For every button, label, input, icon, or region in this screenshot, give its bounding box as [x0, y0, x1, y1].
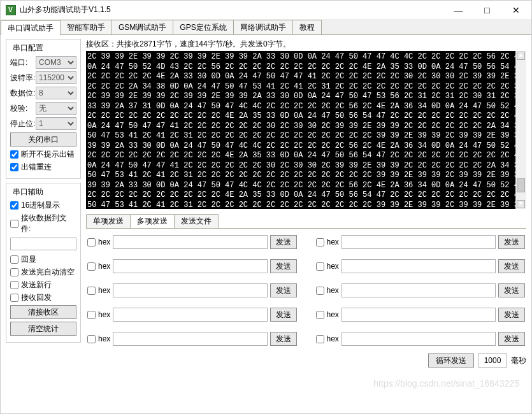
send-group-3-1: hex发送 [316, 308, 526, 322]
save-file-path-input[interactable] [10, 238, 76, 250]
send-input-3-1[interactable] [341, 308, 496, 322]
main-tabstrip: 串口调试助手智能车助手GSM调试助手GPS定位系统网络调试助手教程 [1, 20, 531, 35]
loop-interval-input[interactable] [478, 353, 507, 368]
send-group-1-1: hex发送 [316, 259, 526, 273]
send-input-1-1[interactable] [341, 259, 496, 273]
send-group-2-0: hex发送 [87, 283, 297, 297]
cfg-label-parity: 校验: [10, 103, 36, 114]
cfg-select-port[interactable]: COM3 [36, 56, 76, 69]
send-input-4-0[interactable] [113, 332, 267, 346]
minimize-button[interactable]: — [444, 1, 473, 20]
hex-label: hex [98, 334, 110, 343]
cfg-select-databits[interactable]: 8 [36, 87, 76, 99]
serial-assist-legend: 串口辅助 [11, 187, 45, 197]
send-group-4-0: hex发送 [87, 332, 297, 346]
send-button-0-0[interactable]: 发送 [270, 235, 297, 249]
hex-label: hex [327, 334, 339, 343]
send-hex-chk-4-1[interactable] [316, 335, 324, 343]
send-group-0-1: hex发送 [316, 235, 526, 249]
main-tab-1[interactable]: 智能车助手 [60, 20, 112, 34]
send-row-3: hex发送hex发送 [87, 308, 525, 322]
chk-echo[interactable]: 回显 [10, 254, 76, 265]
hex-label: hex [98, 310, 110, 319]
hex-label: hex [327, 262, 339, 271]
serial-config-fieldset: 串口配置 端口:COM3波特率:115200数据位:8校验:无停止位:1 关闭串… [6, 39, 81, 179]
chk-no-err-dialog[interactable]: 断开不提示出错 [10, 149, 76, 160]
send-row-2: hex发送hex发送 [87, 283, 525, 297]
main-tab-5[interactable]: 教程 [292, 20, 322, 34]
chk-save-to-file[interactable]: 接收数据到文件: [10, 213, 76, 234]
send-button-2-0[interactable]: 发送 [270, 283, 297, 297]
cfg-select-stopbits[interactable]: 1 [36, 117, 76, 130]
loop-send-button[interactable]: 循环发送 [428, 353, 474, 368]
hex-receive-view[interactable]: 2C 39 39 2E 39 39 2C 39 39 2E 39 39 2A 3… [86, 51, 526, 209]
send-button-0-1[interactable]: 发送 [498, 235, 525, 249]
scroll-up-arrow[interactable]: ▲ [517, 52, 525, 60]
send-row-4: hex发送hex发送 [87, 332, 525, 346]
send-input-3-0[interactable] [113, 308, 267, 322]
send-hex-chk-4-0[interactable] [87, 335, 96, 343]
send-button-4-0[interactable]: 发送 [270, 332, 297, 346]
cfg-row-stopbits: 停止位:1 [10, 117, 76, 130]
close-button[interactable]: ✕ [501, 1, 530, 20]
send-button-2-1[interactable]: 发送 [498, 283, 525, 297]
cfg-select-baud[interactable]: 115200 [36, 71, 76, 84]
close-port-button[interactable]: 关闭串口 [10, 132, 76, 146]
sidebar: 串口配置 端口:COM3波特率:115200数据位:8校验:无停止位:1 关闭串… [1, 35, 86, 413]
chk-send-newline[interactable]: 发送新行 [10, 280, 76, 290]
hex-label: hex [327, 286, 339, 295]
send-button-4-1[interactable]: 发送 [498, 332, 525, 346]
send-hex-chk-3-1[interactable] [316, 311, 324, 319]
main-tab-4[interactable]: 网络调试助手 [233, 20, 293, 34]
send-button-1-1[interactable]: 发送 [498, 259, 525, 273]
cfg-select-parity[interactable]: 无 [36, 102, 76, 115]
send-group-1-0: hex发送 [87, 259, 297, 273]
send-button-3-1[interactable]: 发送 [498, 308, 525, 322]
send-group-0-0: hex发送 [87, 235, 297, 249]
cfg-label-stopbits: 停止位: [10, 118, 36, 129]
cfg-row-port: 端口:COM3 [10, 56, 76, 69]
scroll-thumb[interactable] [517, 178, 525, 192]
main-tab-2[interactable]: GSM调试助手 [111, 20, 173, 34]
ms-label: 毫秒 [511, 355, 526, 366]
clear-stats-button[interactable]: 清空统计 [10, 322, 76, 336]
send-tab-1[interactable]: 多项发送 [130, 214, 175, 228]
serial-assist-fieldset: 串口辅助 16进制显示 接收数据到文件: 回显 发送完自动清空 发送新行 接收回… [6, 183, 81, 343]
send-input-0-0[interactable] [113, 235, 267, 249]
clear-rx-button[interactable]: 清接收区 [10, 305, 76, 319]
chk-reconnect-on-error[interactable]: 出错重连 [10, 162, 76, 173]
watermark: https://blog.csdn.net/sinat_16643225 [373, 378, 519, 389]
send-group-2-1: hex发送 [316, 283, 526, 297]
send-hex-chk-0-0[interactable] [87, 238, 96, 246]
send-tabstrip: 单项发送多项发送发送文件 [86, 214, 526, 228]
send-hex-chk-2-1[interactable] [316, 287, 324, 295]
cfg-row-baud: 波特率:115200 [10, 71, 76, 84]
send-tab-0[interactable]: 单项发送 [86, 214, 131, 228]
main-tab-3[interactable]: GPS定位系统 [173, 20, 233, 34]
serial-config-legend: 串口配置 [11, 43, 45, 54]
scroll-down-arrow[interactable]: ▼ [517, 200, 525, 208]
hex-label: hex [98, 238, 110, 246]
hex-label: hex [327, 238, 339, 246]
send-button-1-0[interactable]: 发送 [270, 259, 297, 273]
send-hex-chk-2-0[interactable] [87, 287, 96, 295]
send-input-1-0[interactable] [113, 259, 267, 273]
multi-send-panel: hex发送hex发送hex发送hex发送hex发送hex发送hex发送hex发送… [86, 228, 526, 346]
chk-auto-clear-on-send[interactable]: 发送完自动清空 [10, 267, 76, 278]
send-button-3-0[interactable]: 发送 [270, 308, 297, 322]
titlebar: 山外多功能调试助手V1.1.5 — □ ✕ [1, 1, 531, 20]
send-hex-chk-3-0[interactable] [87, 311, 96, 319]
chk-hex-display[interactable]: 16进制显示 [10, 200, 76, 211]
send-hex-chk-0-1[interactable] [316, 238, 324, 246]
send-input-0-1[interactable] [341, 235, 496, 249]
scrollbar[interactable]: ▲ ▼ [515, 51, 526, 209]
maximize-button[interactable]: □ [473, 1, 501, 20]
main-tab-0[interactable]: 串口调试助手 [1, 20, 61, 35]
chk-rx-echo-back[interactable]: 接收回发 [10, 292, 76, 303]
send-input-2-1[interactable] [341, 283, 496, 297]
send-hex-chk-1-1[interactable] [316, 262, 324, 271]
send-tab-2[interactable]: 发送文件 [174, 214, 219, 228]
send-hex-chk-1-0[interactable] [87, 262, 96, 271]
send-input-4-1[interactable] [341, 332, 496, 346]
send-input-2-0[interactable] [113, 283, 267, 297]
